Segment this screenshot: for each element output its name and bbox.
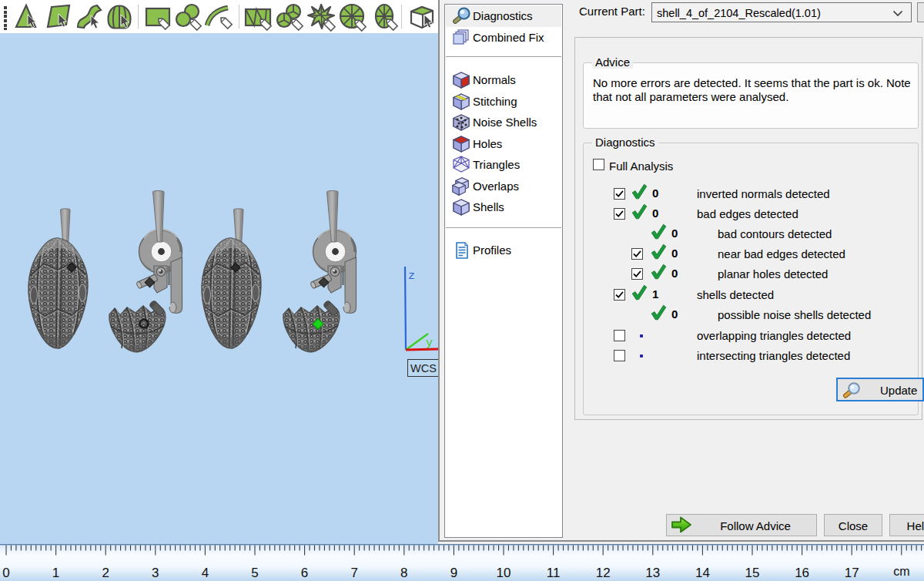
svg-text:7: 7 [350,566,357,580]
svg-text:17: 17 [845,566,859,580]
svg-text:0: 0 [2,566,9,580]
svg-text:1: 1 [52,566,59,580]
svg-text:cm: cm [893,565,909,578]
svg-text:2: 2 [102,566,109,580]
svg-text:z: z [408,270,415,283]
svg-text:5: 5 [251,566,258,580]
svg-text:4: 4 [202,566,209,580]
svg-text:WCS: WCS [410,362,437,374]
svg-text:y: y [426,337,433,350]
svg-text:16: 16 [795,566,809,580]
svg-text:13: 13 [645,566,660,580]
svg-text:11: 11 [547,566,561,580]
svg-text:3: 3 [152,566,159,580]
svg-text:12: 12 [596,566,611,580]
svg-text:9: 9 [450,566,457,580]
svg-text:8: 8 [400,566,407,580]
svg-text:15: 15 [745,566,760,580]
svg-text:10: 10 [497,566,511,580]
svg-text:6: 6 [301,566,308,580]
svg-text:14: 14 [695,566,710,580]
